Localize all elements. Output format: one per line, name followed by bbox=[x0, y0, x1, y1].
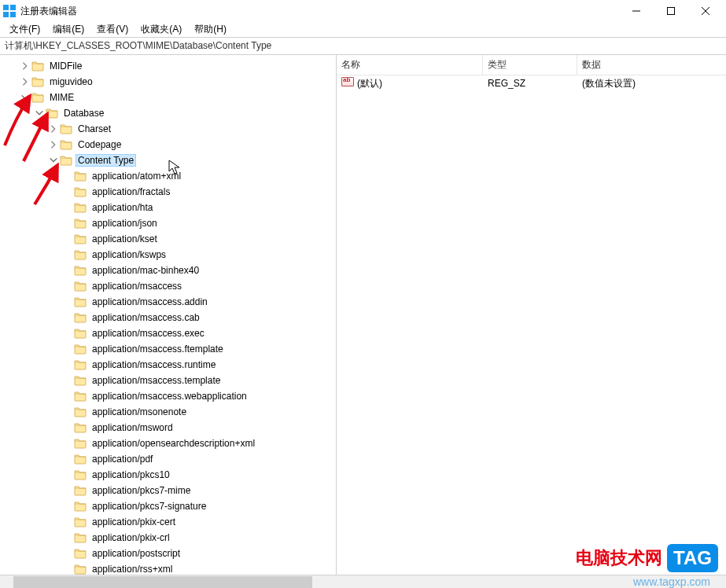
window-title: 注册表编辑器 bbox=[20, 5, 619, 18]
tree-item[interactable]: application/msaccess.template bbox=[0, 373, 336, 388]
tree-label: application/pkix-crl bbox=[90, 531, 172, 544]
tree-label: application/msaccess.exec bbox=[90, 327, 207, 340]
tree-label: application/pkcs7-mime bbox=[90, 484, 193, 497]
close-button[interactable] bbox=[688, 0, 723, 22]
tree-item[interactable]: application/opensearchdescription+xml bbox=[0, 435, 336, 451]
tree-item[interactable]: application/msaccess bbox=[0, 278, 336, 294]
tree-label: application/opensearchdescription+xml bbox=[90, 437, 257, 450]
tree-label: application/mac-binhex40 bbox=[90, 264, 201, 277]
tree-item[interactable]: application/msaccess.webapplication bbox=[0, 388, 336, 404]
tree-item[interactable]: application/msaccess.ftemplate bbox=[0, 341, 336, 357]
tree-item[interactable]: application/mac-binhex40 bbox=[0, 263, 336, 278]
tree-label: application/pdf bbox=[90, 453, 155, 465]
tree-label: application/msaccess.addin bbox=[90, 296, 210, 308]
tree-label: application/kswps bbox=[90, 248, 168, 261]
col-data[interactable]: 数据 bbox=[577, 55, 726, 75]
tree-label: MIDFile bbox=[47, 60, 84, 72]
tree-item[interactable]: application/pdf bbox=[0, 451, 336, 467]
values-pane[interactable]: 名称 类型 数据 (默认)REG_SZ(数值未设置) bbox=[337, 55, 726, 575]
tree-label: MIME bbox=[47, 91, 76, 104]
svg-rect-4 bbox=[668, 8, 675, 15]
menu-view[interactable]: 查看(V) bbox=[90, 22, 135, 37]
menu-file[interactable]: 文件(F) bbox=[3, 22, 46, 37]
address-bar bbox=[0, 38, 726, 55]
tree-label: application/fractals bbox=[90, 186, 172, 198]
tree-item[interactable]: application/pkix-cert bbox=[0, 514, 336, 530]
value-row[interactable]: (默认)REG_SZ(数值未设置) bbox=[337, 75, 726, 91]
tree-label: application/msaccess.template bbox=[90, 374, 223, 387]
col-name[interactable]: 名称 bbox=[337, 55, 483, 75]
values-list[interactable]: (默认)REG_SZ(数值未设置) bbox=[337, 75, 726, 575]
tree-item[interactable]: application/postscript bbox=[0, 546, 336, 561]
tree-h-scrollbar[interactable] bbox=[0, 575, 337, 588]
tree-label: application/msonenote bbox=[90, 406, 189, 418]
tree-item-codepage[interactable]: Codepage bbox=[0, 137, 336, 153]
tree-item[interactable]: application/fractals bbox=[0, 184, 336, 200]
values-h-scrollbar[interactable] bbox=[337, 575, 726, 588]
menu-help[interactable]: 帮助(H) bbox=[188, 22, 233, 37]
minimize-button[interactable] bbox=[619, 0, 654, 22]
tree-item[interactable]: application/json bbox=[0, 215, 336, 231]
address-input[interactable] bbox=[3, 40, 723, 53]
tree-label: application/rss+xml bbox=[90, 563, 175, 575]
tree-label: application/pkcs7-signature bbox=[90, 500, 208, 513]
tree-label: application/pkcs10 bbox=[90, 469, 172, 481]
tree-item[interactable]: application/msaccess.cab bbox=[0, 310, 336, 325]
tree-item[interactable]: application/msonenote bbox=[0, 404, 336, 420]
menu-edit[interactable]: 编辑(E) bbox=[46, 22, 90, 37]
tree-label: application/hta bbox=[90, 201, 155, 214]
tree-item-mime[interactable]: MIME bbox=[0, 90, 336, 105]
tree-item[interactable]: application/rss+xml bbox=[0, 561, 336, 575]
tree-label: Content Type bbox=[76, 154, 136, 167]
tree-label: Database bbox=[61, 107, 106, 119]
tree-item-miguvideo[interactable]: miguvideo bbox=[0, 74, 336, 90]
tree-item[interactable]: application/hta bbox=[0, 200, 336, 215]
tree-label: Charset bbox=[76, 123, 113, 135]
tree-item[interactable]: application/msword bbox=[0, 420, 336, 435]
tree-label: application/pkix-cert bbox=[90, 516, 178, 528]
tree-item[interactable]: application/kset bbox=[0, 231, 336, 247]
tree-item-midfile[interactable]: MIDFile bbox=[0, 58, 336, 74]
tree-item[interactable]: application/pkix-crl bbox=[0, 530, 336, 546]
tree-item-content-type[interactable]: Content Type bbox=[0, 153, 336, 168]
tree-label: application/atom+xml bbox=[90, 170, 183, 182]
registry-tree[interactable]: MIDFilemiguvideoMIMEDatabaseCharsetCodep… bbox=[0, 55, 336, 575]
tree-label: application/json bbox=[90, 217, 160, 230]
tree-label: application/msaccess.webapplication bbox=[90, 390, 249, 402]
tree-label: Codepage bbox=[76, 138, 123, 151]
tree-item[interactable]: application/msaccess.exec bbox=[0, 325, 336, 341]
col-type[interactable]: 类型 bbox=[483, 55, 577, 75]
tree-pane[interactable]: MIDFilemiguvideoMIMEDatabaseCharsetCodep… bbox=[0, 55, 337, 575]
tree-label: application/postscript bbox=[90, 547, 182, 560]
tree-label: application/msword bbox=[90, 421, 175, 434]
tree-label: application/kset bbox=[90, 233, 160, 245]
menu-favorites[interactable]: 收藏夹(A) bbox=[135, 22, 188, 37]
tree-item-database[interactable]: Database bbox=[0, 105, 336, 121]
regedit-icon bbox=[3, 5, 16, 17]
tree-item[interactable]: application/msaccess.runtime bbox=[0, 357, 336, 373]
column-headers: 名称 类型 数据 bbox=[337, 55, 726, 75]
tree-item[interactable]: application/pkcs7-mime bbox=[0, 483, 336, 498]
tree-label: application/msaccess.runtime bbox=[90, 358, 218, 371]
tree-label: application/msaccess bbox=[90, 280, 184, 292]
tree-item-charset[interactable]: Charset bbox=[0, 121, 336, 137]
menubar: 文件(F) 编辑(E) 查看(V) 收藏夹(A) 帮助(H) bbox=[0, 22, 726, 38]
tree-label: application/msaccess.cab bbox=[90, 311, 202, 324]
tree-item[interactable]: application/kswps bbox=[0, 247, 336, 263]
tree-item[interactable]: application/atom+xml bbox=[0, 168, 336, 184]
titlebar: 注册表编辑器 bbox=[0, 0, 726, 22]
tree-item[interactable]: application/msaccess.addin bbox=[0, 294, 336, 310]
maximize-button[interactable] bbox=[654, 0, 688, 22]
tree-label: application/msaccess.ftemplate bbox=[90, 343, 226, 355]
tree-item[interactable]: application/pkcs7-signature bbox=[0, 498, 336, 514]
tree-item[interactable]: application/pkcs10 bbox=[0, 467, 336, 483]
tree-label: miguvideo bbox=[47, 75, 95, 88]
string-value-icon bbox=[341, 77, 354, 86]
